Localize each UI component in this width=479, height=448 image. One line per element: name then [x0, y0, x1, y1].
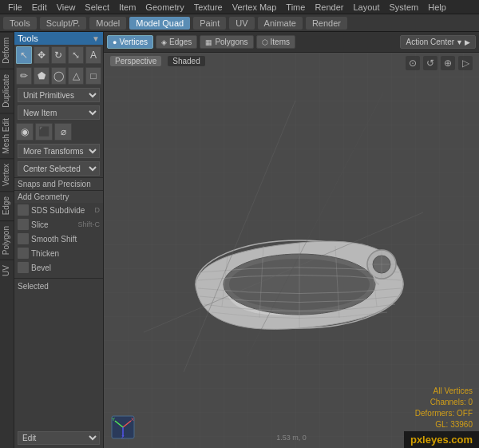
tool-sphere[interactable]: ◉	[16, 123, 34, 141]
settings-icon[interactable]: ▷	[458, 56, 473, 70]
vtab-duplicate[interactable]: Duplicate	[0, 69, 14, 113]
all-vertices-label: All Vertices	[415, 386, 473, 397]
tool-shape2[interactable]: △	[68, 67, 84, 85]
menu-bevel[interactable]: Bevel	[14, 260, 103, 275]
tool-text[interactable]: A	[85, 46, 101, 64]
vtab-polygon[interactable]: Polygon	[0, 220, 14, 260]
tool-cube[interactable]: ⬛	[35, 123, 53, 141]
vtab-mesh-edit[interactable]: Mesh Edit	[0, 113, 14, 158]
unit-primitives-row: Unit Primitives	[14, 86, 103, 104]
center-area: ● Vertices ◈ Edges ▦ Polygons ⬡ Items Ac…	[104, 32, 479, 448]
menu-geometry[interactable]: Geometry	[141, 2, 188, 12]
more-transforms-dropdown[interactable]: More Transforms	[18, 144, 100, 158]
channels-label: Channels: 0	[415, 397, 473, 408]
smooth-shift-icon	[18, 233, 29, 244]
edit-dropdown-container: Edit	[14, 428, 103, 448]
tool-move[interactable]: ✥	[34, 46, 49, 64]
action-center-arrow: ▼	[456, 38, 463, 46]
menu-edit[interactable]: Edit	[27, 2, 52, 12]
tab-model[interactable]: Model	[89, 17, 126, 30]
menu-select[interactable]: Select	[80, 2, 114, 12]
viewport[interactable]: Perspective Shaded ⊙ ↺ ⊕ ▷	[104, 53, 479, 448]
items-icon: ⬡	[262, 38, 268, 46]
viewport-labels: Perspective Shaded	[110, 56, 205, 66]
menu-help[interactable]: Help	[423, 2, 451, 12]
deformers-label: Deformers: OFF	[415, 408, 473, 419]
sds-icon	[18, 204, 29, 216]
more-transforms-row: More Transforms	[14, 142, 103, 160]
center-selected-row: Center Selected	[14, 160, 103, 177]
tool-shape1[interactable]: ◯	[51, 67, 67, 85]
tool-shape3[interactable]: □	[85, 67, 101, 85]
tool-pen[interactable]: ✏	[16, 67, 32, 85]
menu-texture[interactable]: Texture	[189, 2, 228, 12]
lock-icon[interactable]: ⊙	[406, 56, 420, 70]
bevel-icon	[18, 262, 29, 273]
vtab-edge[interactable]: Edge	[0, 191, 14, 220]
menu-item[interactable]: Item	[114, 2, 141, 12]
svg-text:X: X	[131, 417, 134, 422]
tab-animate[interactable]: Animate	[258, 17, 303, 30]
polygons-btn[interactable]: ▦ Polygons	[200, 35, 253, 49]
new-item-dropdown[interactable]: New Item	[18, 105, 100, 120]
center-selected-dropdown[interactable]: Center Selected	[18, 161, 100, 176]
vtab-uv[interactable]: UV	[0, 260, 14, 281]
mode-toolbar: Tools Sculpt/P. Model Model Quad Paint U…	[0, 14, 479, 32]
tab-uv[interactable]: UV	[229, 17, 254, 30]
tab-paint[interactable]: Paint	[193, 17, 226, 30]
menu-vertexmap[interactable]: Vertex Map	[228, 2, 282, 12]
menu-thicken[interactable]: Thicken	[14, 246, 103, 260]
svg-text:Y: Y	[112, 417, 115, 422]
tool-scale[interactable]: ⤡	[68, 46, 84, 64]
menu-system[interactable]: System	[385, 2, 424, 12]
edges-icon: ◈	[161, 38, 167, 46]
edit-dropdown[interactable]: Edit	[18, 431, 100, 445]
shaded-label[interactable]: Shaded	[168, 56, 204, 66]
left-panel: Tools ▼ ↖ ✥ ↻ ⤡ A ✏ ⬟ ◯ △ □ Unit Primiti…	[14, 32, 104, 448]
tools-label: Tools	[18, 34, 38, 43]
refresh-icon[interactable]: ↺	[423, 56, 437, 70]
vertices-btn[interactable]: ● Vertices	[107, 35, 153, 49]
menu-time[interactable]: Time	[281, 2, 310, 12]
new-item-row: New Item	[14, 104, 103, 121]
tool-brush[interactable]: ⬟	[34, 67, 49, 85]
menu-render[interactable]: Render	[310, 2, 348, 12]
add-geometry-header[interactable]: Add Geometry	[14, 190, 103, 203]
tools-header: Tools ▼	[14, 32, 103, 45]
tool-cylinder[interactable]: ⌀	[54, 123, 72, 141]
unit-primitives-dropdown[interactable]: Unit Primitives	[18, 88, 100, 102]
viewport-controls: ⊙ ↺ ⊕ ▷	[406, 56, 473, 70]
menu-view[interactable]: View	[52, 2, 81, 12]
action-center-btn[interactable]: Action Center ▼ ▶	[400, 35, 476, 49]
menu-sds-subdivide[interactable]: SDS Subdivide D	[14, 203, 103, 217]
selected-label: Selected	[14, 278, 103, 293]
tab-model-quad[interactable]: Model Quad	[129, 17, 190, 30]
main-layout: Deform Duplicate Mesh Edit Vertex Edge P…	[0, 32, 479, 448]
menu-file[interactable]: File	[3, 2, 27, 12]
tools-collapse[interactable]: ▼	[92, 34, 100, 43]
tool-rotate[interactable]: ↻	[51, 46, 67, 64]
menu-smooth-shift[interactable]: Smooth Shift	[14, 232, 103, 246]
snaps-header[interactable]: Snaps and Precision	[14, 177, 103, 190]
edges-btn[interactable]: ◈ Edges	[156, 35, 197, 49]
mode-buttons: ● Vertices ◈ Edges ▦ Polygons ⬡ Items Ac…	[104, 32, 479, 53]
slice-icon	[18, 219, 29, 230]
pxleyes-watermark: pxleyes.com	[404, 431, 479, 448]
tool-icons-row1: ↖ ✥ ↻ ⤡ A	[14, 45, 103, 65]
menu-layout[interactable]: Layout	[348, 2, 384, 12]
axis-widget: X Y Z	[110, 414, 136, 442]
vtab-vertex[interactable]: Vertex	[0, 158, 14, 191]
items-btn[interactable]: ⬡ Items	[256, 35, 295, 49]
perspective-label[interactable]: Perspective	[110, 56, 161, 66]
tab-sculpt[interactable]: Sculpt/P.	[40, 17, 87, 30]
tool-icons-row2: ✏ ⬟ ◯ △ □	[14, 65, 103, 86]
tool-select[interactable]: ↖	[16, 46, 32, 64]
tool-icons-row3: ◉ ⬛ ⌀	[14, 121, 103, 142]
menu-slice[interactable]: Slice Shift-C	[14, 217, 103, 232]
tab-tools[interactable]: Tools	[3, 17, 37, 30]
vtab-deform[interactable]: Deform	[0, 32, 14, 69]
tab-render[interactable]: Render	[306, 17, 347, 30]
viewport-canvas: Perspective Shaded ⊙ ↺ ⊕ ▷	[104, 53, 479, 448]
action-center-expand: ▶	[465, 38, 470, 46]
zoom-icon[interactable]: ⊕	[441, 56, 455, 70]
